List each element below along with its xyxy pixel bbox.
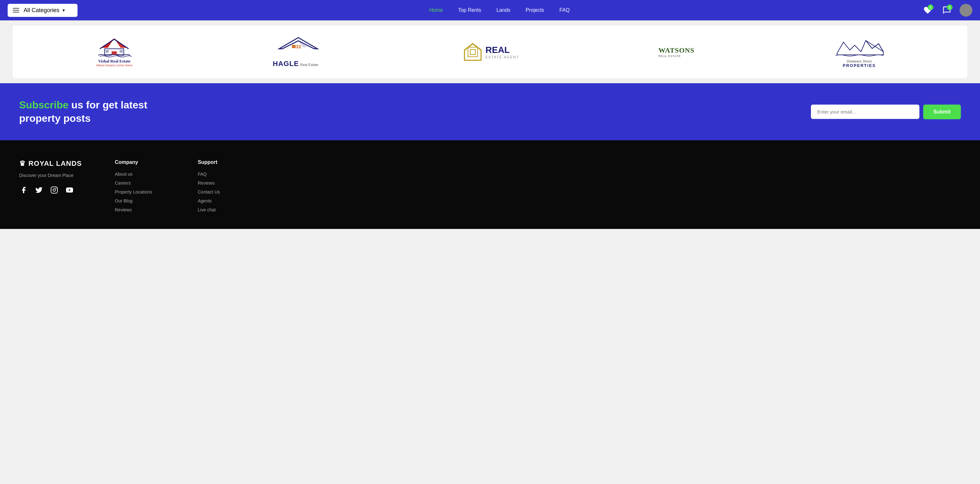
wishlist-badge: 1 <box>928 5 934 10</box>
footer-contact-us[interactable]: Contact Us <box>198 189 255 195</box>
svg-rect-11 <box>299 45 301 46</box>
subscribe-text: Subscribe us for get latest property pos… <box>19 98 179 125</box>
messages-button[interactable]: 1 <box>940 4 953 17</box>
hagle-logo: HAGLE Real Estate <box>273 36 324 68</box>
delaware-name: Delaware Shore <box>834 59 885 63</box>
footer-careers[interactable]: Careers <box>115 181 172 186</box>
subscribe-highlight: Subscribe <box>19 99 68 111</box>
email-input[interactable] <box>811 105 920 119</box>
support-heading: Support <box>198 159 255 165</box>
crown-icon: ♛ <box>19 159 26 168</box>
category-dropdown[interactable]: All Categories ▾ <box>8 4 78 17</box>
delaware-logo: Delaware Shore PROPERTIES <box>834 36 885 68</box>
nav-home[interactable]: Home <box>429 7 443 13</box>
brand-name: ROYAL LANDS <box>29 159 82 168</box>
svg-rect-19 <box>51 187 57 193</box>
svg-rect-15 <box>468 47 477 57</box>
watsons-name: WATSONS <box>659 46 695 54</box>
svg-rect-5 <box>106 50 109 52</box>
footer-company-col: Company About us Careers Property Locati… <box>115 159 172 216</box>
footer-company-reviews[interactable]: Reviews <box>115 207 172 213</box>
vishal-logo-svg <box>95 36 134 57</box>
svg-marker-14 <box>465 44 481 60</box>
navbar: All Categories ▾ Home Top Rents Lands Pr… <box>0 0 980 21</box>
delaware-logo-svg <box>834 36 885 58</box>
logos-section: Vishal Real Estate Where Dreams Come Hom… <box>13 25 967 78</box>
hamburger-icon <box>13 8 19 13</box>
vishal-tagline: Where Dreams Come Home <box>95 64 134 67</box>
hagle-tagline: Real Estate <box>300 63 318 67</box>
real-name: REAL <box>485 45 519 55</box>
subscribe-form: Submit <box>811 105 961 119</box>
user-avatar[interactable] <box>959 4 972 17</box>
social-icons <box>19 186 89 195</box>
nav-faq[interactable]: FAQ <box>560 7 570 13</box>
svg-rect-6 <box>119 50 123 52</box>
footer-faq[interactable]: FAQ <box>198 171 255 177</box>
watsons-tagline: REAL ESTATE <box>659 54 695 58</box>
svg-rect-10 <box>296 45 298 46</box>
real-logo: REAL ESTATE AGENT <box>463 43 519 62</box>
footer-support-col: Support FAQ Reviews Contact Us Agents Li… <box>198 159 255 216</box>
footer-tagline: Discover your Dream Place <box>19 173 89 178</box>
footer-live-chat[interactable]: Live chat <box>198 207 255 213</box>
delaware-tagline: PROPERTIES <box>834 63 885 68</box>
twitter-icon[interactable] <box>35 186 43 195</box>
wishlist-button[interactable]: 1 <box>921 4 934 17</box>
footer: ♛ ROYAL LANDS Discover your Dream Place … <box>0 140 980 229</box>
footer-reviews[interactable]: Reviews <box>198 181 255 186</box>
svg-marker-18 <box>866 41 883 52</box>
svg-rect-12 <box>296 47 298 48</box>
footer-about-us[interactable]: About us <box>115 171 172 177</box>
vishal-logo: Vishal Real Estate Where Dreams Come Hom… <box>95 36 134 67</box>
chevron-down-icon: ▾ <box>62 8 65 13</box>
svg-marker-17 <box>837 41 883 55</box>
svg-rect-9 <box>292 45 296 48</box>
svg-rect-4 <box>111 51 117 54</box>
youtube-icon[interactable] <box>65 186 74 195</box>
instagram-icon[interactable] <box>50 186 59 195</box>
category-label: All Categories <box>24 7 59 14</box>
footer-brand: ♛ ROYAL LANDS Discover your Dream Place <box>19 159 89 216</box>
royal-lands-logo: ♛ ROYAL LANDS <box>19 159 89 168</box>
submit-button[interactable]: Submit <box>923 105 961 119</box>
vishal-name: Vishal Real Estate <box>95 59 134 64</box>
svg-point-21 <box>56 188 56 189</box>
navbar-left: All Categories ▾ <box>8 4 78 17</box>
company-heading: Company <box>115 159 172 165</box>
svg-rect-13 <box>299 47 301 48</box>
footer-agents[interactable]: Agents <box>198 198 255 203</box>
watsons-logo: WATSONS REAL ESTATE <box>659 46 695 58</box>
nav-top-rents[interactable]: Top Rents <box>458 7 481 13</box>
real-house-icon <box>463 43 482 62</box>
svg-point-0 <box>964 6 968 10</box>
footer-our-blog[interactable]: Our Blog <box>115 198 172 203</box>
facebook-icon[interactable] <box>19 186 28 195</box>
footer-property-locations[interactable]: Property Locations <box>115 189 172 195</box>
navbar-right: 1 1 <box>921 4 972 17</box>
navbar-center: Home Top Rents Lands Projects FAQ <box>429 7 570 13</box>
real-text: REAL ESTATE AGENT <box>485 45 519 59</box>
svg-point-20 <box>53 189 56 191</box>
nav-projects[interactable]: Projects <box>526 7 544 13</box>
nav-lands[interactable]: Lands <box>496 7 511 13</box>
real-tagline: ESTATE AGENT <box>485 55 519 59</box>
hagle-logo-svg <box>273 36 324 58</box>
svg-rect-16 <box>470 49 475 54</box>
subscribe-section: Subscribe us for get latest property pos… <box>0 83 980 140</box>
messages-badge: 1 <box>947 5 953 10</box>
hagle-name: HAGLE <box>273 60 299 68</box>
